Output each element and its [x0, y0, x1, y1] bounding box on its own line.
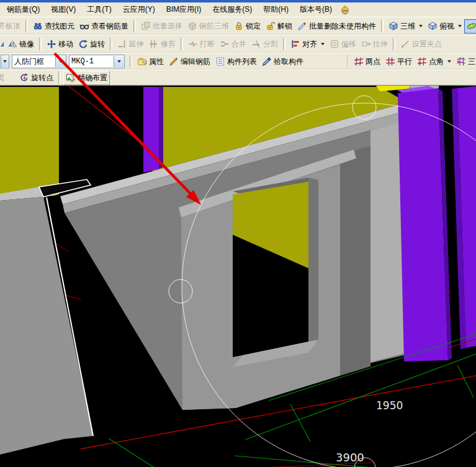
parallel-button[interactable]: 平行	[383, 55, 415, 69]
split-button[interactable]: 分割	[249, 37, 281, 52]
menu-online-services[interactable]: 在线服务(S)	[207, 2, 258, 17]
separator	[130, 55, 132, 68]
component-list-icon	[215, 57, 225, 66]
rebar-3d-button[interactable]: 钢筋三维	[185, 19, 231, 34]
picker-icon	[262, 57, 272, 66]
batch-select-button[interactable]: 批量选择	[138, 19, 185, 34]
menu-cloud-apps[interactable]: 云应用(Y)	[117, 2, 161, 17]
separator	[133, 20, 136, 32]
separator	[25, 20, 28, 32]
unlock-icon	[266, 21, 276, 31]
break-icon	[188, 39, 198, 49]
separator	[181, 38, 183, 50]
dynamic-orbit-button[interactable]: 动态	[464, 19, 476, 34]
construction-worker-icon[interactable]	[340, 5, 350, 15]
trim-button[interactable]: 修剪	[146, 37, 178, 52]
extend-icon	[117, 39, 127, 49]
cube-top-icon	[428, 21, 438, 31]
separator	[347, 55, 349, 68]
component-name-value: MKQ-1	[70, 57, 114, 66]
view-3d-button[interactable]: 三维	[386, 19, 425, 34]
toolbar-place: 页 旋转点 精确布置	[0, 70, 476, 85]
clipped-icon	[0, 39, 5, 49]
view-top-button[interactable]: 俯视	[425, 19, 464, 34]
mirror-icon	[7, 39, 17, 49]
find-element-button[interactable]: 查找图元	[30, 19, 77, 34]
column-purple-upper-side	[159, 87, 163, 169]
combo-arrow-icon[interactable]	[114, 56, 124, 67]
component-name-combo[interactable]: MKQ-1	[69, 55, 125, 68]
separator	[283, 38, 285, 50]
stretch-button[interactable]: 拉伸	[359, 37, 390, 52]
component-list-button[interactable]: 构件列表	[213, 55, 259, 69]
offset-icon	[330, 39, 339, 49]
menu-view[interactable]: 视图(V)	[45, 2, 81, 17]
view-rebar-quantity-button[interactable]: 查看钢筋量	[77, 19, 131, 34]
batch-select-icon	[141, 21, 151, 31]
menubar: 钢筋量(Q) 视图(V) 工具(T) 云应用(Y) BIM应用(I) 在线服务(…	[0, 2, 476, 17]
move-icon	[47, 39, 56, 49]
clipped-combo[interactable]	[1, 55, 9, 68]
application-window: 钢筋量(Q) 视图(V) 工具(T) 云应用(Y) BIM应用(I) 在线服务(…	[0, 0, 476, 467]
point-angle-button[interactable]: 点角	[415, 55, 454, 69]
menu-rebar-quantity[interactable]: 钢筋量(Q)	[1, 2, 45, 17]
rotate-point-button[interactable]: 旋转点	[17, 71, 56, 85]
rotate-button[interactable]: 旋转	[76, 37, 107, 52]
move-button[interactable]: 移动	[44, 37, 76, 52]
opening-right-jamb	[308, 178, 318, 352]
extend-button[interactable]: 延伸	[115, 37, 146, 52]
three-point-aux-button[interactable]: 三点辅轴	[454, 55, 476, 69]
unlock-button[interactable]: 解锁	[263, 19, 295, 34]
edit-rebar-button[interactable]: 编辑钢筋	[166, 55, 213, 69]
chevron-down-icon[interactable]	[419, 25, 423, 27]
toolbar-view: 齐板顶 查找图元 查看钢筋量 批量选择 钢筋三维 锁定 解锁	[0, 17, 476, 35]
properties-button[interactable]: 属性	[135, 55, 166, 69]
edit-rebar-icon	[169, 57, 179, 66]
viewport-3d[interactable]: 1950 3900	[0, 85, 476, 467]
merge-button[interactable]: 合并	[217, 37, 249, 52]
grips-icon	[400, 39, 410, 49]
point-angle-icon	[417, 57, 427, 66]
menu-tools[interactable]: 工具(T)	[81, 2, 117, 17]
dimension-label-3900: 3900	[336, 451, 364, 464]
menu-version[interactable]: 版本号(B)	[294, 2, 338, 17]
break-button[interactable]: 打断	[186, 37, 217, 52]
chevron-down-icon[interactable]	[458, 25, 462, 27]
batch-delete-unused-button[interactable]: 批量删除未使用构件	[295, 19, 379, 34]
flush-slab-top-button[interactable]: 齐板顶	[0, 19, 23, 34]
lock-icon	[234, 21, 244, 31]
separator	[393, 38, 395, 50]
rebar-3d-icon	[187, 21, 197, 31]
parallel-icon	[385, 57, 395, 66]
precise-place-icon	[66, 73, 76, 83]
glasses-icon	[79, 21, 89, 31]
set-grips-button[interactable]: 设置夹点	[398, 37, 444, 52]
scene-3d: 1950 3900	[0, 86, 476, 467]
component-type-combo[interactable]: 人防门框	[12, 55, 66, 68]
chevron-down-icon[interactable]	[447, 60, 451, 63]
lock-button[interactable]: 锁定	[231, 19, 263, 34]
offset-button[interactable]: 偏移	[327, 37, 359, 52]
precise-placement-button[interactable]: 精确布置	[63, 71, 110, 85]
toolbar-edit: 镜像 移动 旋转 延伸 修剪 打断 合并 分割	[0, 35, 476, 53]
column-purple-upper[interactable]	[143, 87, 159, 173]
menu-bim-apps[interactable]: BIM应用(I)	[161, 2, 207, 17]
cube-3d-icon	[388, 21, 398, 31]
component-type-value: 人防门框	[12, 57, 55, 67]
rotate-point-icon	[19, 73, 29, 83]
separator	[110, 38, 112, 50]
separator	[58, 71, 61, 84]
menu-help[interactable]: 帮助(H)	[258, 2, 294, 17]
chevron-down-icon[interactable]	[321, 43, 325, 45]
split-icon	[251, 39, 261, 49]
binoculars-icon	[33, 21, 43, 31]
combo-arrow-icon[interactable]	[55, 56, 66, 67]
separator	[381, 20, 384, 32]
mirror-button[interactable]: 镜像	[5, 37, 37, 52]
two-point-button[interactable]: 两点	[351, 55, 383, 69]
two-point-icon	[354, 57, 364, 66]
pick-component-button[interactable]: 拾取构件	[259, 55, 306, 69]
align-button[interactable]: 对齐	[288, 37, 327, 52]
brush-icon	[297, 21, 307, 31]
property-icon	[137, 57, 147, 66]
